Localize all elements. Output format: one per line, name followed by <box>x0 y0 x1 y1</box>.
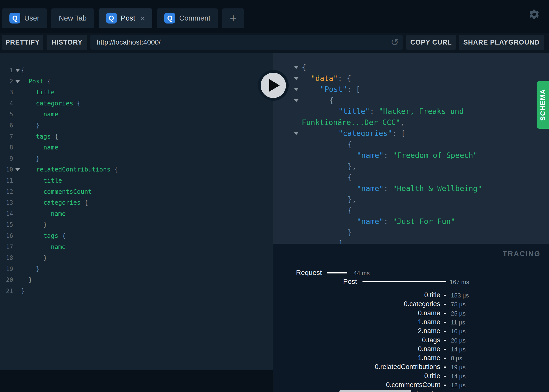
code-text: Post { <box>28 76 51 87</box>
editor-line: 16tags { <box>0 230 273 242</box>
resolver-row: 0.tags20 µs <box>273 336 549 345</box>
code-text: } <box>43 219 47 230</box>
trace-span-bar <box>327 272 347 273</box>
code-token: Post <box>28 78 43 85</box>
main-area: 1{2Post {3title4categories {5name6}7tags… <box>0 53 549 392</box>
code-token: { <box>73 100 81 107</box>
response-line: { <box>273 139 549 150</box>
response-text: { <box>302 62 306 73</box>
copy-curl-button[interactable]: COPY CURL <box>406 35 456 50</box>
resolver-dash <box>444 331 446 332</box>
schema-tab[interactable]: SCHEMA <box>537 81 549 129</box>
response-line: } <box>273 227 549 238</box>
editor-line: 10relatedContributions { <box>0 164 273 175</box>
code-text: commentsCount <box>43 186 92 197</box>
response-token: { <box>329 96 334 105</box>
line-number: 1 <box>0 65 13 76</box>
code-text: title <box>36 87 55 98</box>
line-number: 11 <box>0 175 13 186</box>
trace-span-duration: 167 ms <box>450 279 469 286</box>
resolver-duration: 10 µs <box>451 328 466 335</box>
prettify-button[interactable]: PRETTIFY <box>2 35 43 50</box>
endpoint-url-input[interactable]: http://localhost:4000/ ↺ <box>90 35 403 50</box>
response-viewer[interactable]: {"data": {"Post": [{"title": "Hacker, Fr… <box>273 53 549 244</box>
code-token: tags <box>36 133 51 140</box>
resolver-duration: 8 µs <box>451 355 462 362</box>
code-text: } <box>43 252 47 264</box>
response-token: Funktionäre...Der CCC" <box>302 118 400 127</box>
code-text: tags { <box>36 131 58 142</box>
code-text: } <box>36 120 40 131</box>
resolver-path: 0.title <box>424 372 440 380</box>
response-token: "title" <box>338 107 370 116</box>
fold-arrow-icon[interactable] <box>15 69 20 72</box>
refresh-schema-icon[interactable]: ↺ <box>390 36 399 49</box>
response-token: : { <box>338 74 351 83</box>
resolver-row: 0.name25 µs <box>273 309 549 318</box>
toolbar: PRETTIFY HISTORY http://localhost:4000/ … <box>0 33 549 53</box>
query-type-badge: Q <box>9 13 20 24</box>
trace-span: Request44 ms <box>273 269 549 277</box>
collapse-arrow-icon[interactable] <box>294 88 299 91</box>
response-line: Funktionäre...Der CCC", <box>273 117 549 128</box>
resolver-duration: 13 µs <box>451 391 466 392</box>
code-token: } <box>43 221 47 228</box>
code-token: name <box>51 243 66 250</box>
resolver-path: 0.commentsCount <box>386 381 440 389</box>
trace-span-label: Request <box>296 269 322 277</box>
new-tab-button[interactable]: + <box>222 8 244 28</box>
tab-close-icon[interactable]: × <box>140 14 145 22</box>
query-editor[interactable]: 1{2Post {3title4categories {5name6}7tags… <box>0 53 273 370</box>
tracing-title[interactable]: TRACING <box>503 250 541 258</box>
code-token: name <box>43 144 58 151</box>
collapse-arrow-icon[interactable] <box>294 99 299 102</box>
response-text: { <box>348 139 352 150</box>
editor-line: 2Post { <box>0 76 273 87</box>
query-type-badge: Q <box>164 13 175 24</box>
collapse-arrow-icon[interactable] <box>294 77 299 80</box>
response-line: { <box>273 62 549 73</box>
collapse-arrow-icon[interactable] <box>294 132 299 135</box>
editor-line: 18} <box>0 252 273 264</box>
resolver-dash <box>444 322 446 323</box>
settings-gear-icon[interactable] <box>528 8 540 20</box>
resolver-dash <box>444 304 446 305</box>
resolver-duration: 25 µs <box>451 310 466 317</box>
tracing-scrollbar-thumb[interactable] <box>339 390 411 392</box>
response-token: "data" <box>311 74 338 83</box>
tab-post[interactable]: QPost× <box>99 8 153 28</box>
collapse-arrow-icon[interactable] <box>294 66 299 69</box>
response-token: : <box>384 217 392 226</box>
response-token: : [ <box>347 85 360 94</box>
trace-span-duration: 44 ms <box>354 270 370 277</box>
tab-user[interactable]: QUser <box>2 8 47 28</box>
response-token: ] <box>338 239 343 244</box>
tab-new-tab[interactable]: New Tab <box>51 8 94 28</box>
resolver-dash <box>444 313 446 314</box>
line-number: 19 <box>0 264 13 275</box>
resolver-path: 0.categories <box>404 300 440 308</box>
code-text: name <box>51 208 66 220</box>
fold-arrow-icon[interactable] <box>15 80 20 83</box>
trace-span: Post167 ms <box>273 277 549 286</box>
tab-label: Comment <box>179 14 210 22</box>
history-button[interactable]: HISTORY <box>47 35 87 50</box>
tab-comment[interactable]: QComment <box>157 8 218 28</box>
resolver-dash <box>444 295 446 296</box>
resolver-dash <box>444 376 446 377</box>
tab-label: New Tab <box>59 14 86 22</box>
response-token: "Post" <box>320 85 347 94</box>
play-icon <box>269 79 280 92</box>
response-line: ] <box>273 238 549 244</box>
resolver-row: 1.name8 µs <box>273 354 549 363</box>
response-token: { <box>348 206 352 215</box>
execute-query-button[interactable] <box>258 70 289 101</box>
code-text: name <box>43 142 58 153</box>
share-playground-button[interactable]: SHARE PLAYGROUND <box>459 35 544 50</box>
graphql-playground-window: QUserNew TabQPost×QComment+ PRETTIFY HIS… <box>0 0 549 392</box>
response-token: "Hacker, Freaks und <box>379 107 464 116</box>
code-text: } <box>28 274 32 286</box>
fold-arrow-icon[interactable] <box>15 168 20 171</box>
resolver-path: 1.name <box>418 354 440 362</box>
line-number: 13 <box>0 197 13 208</box>
